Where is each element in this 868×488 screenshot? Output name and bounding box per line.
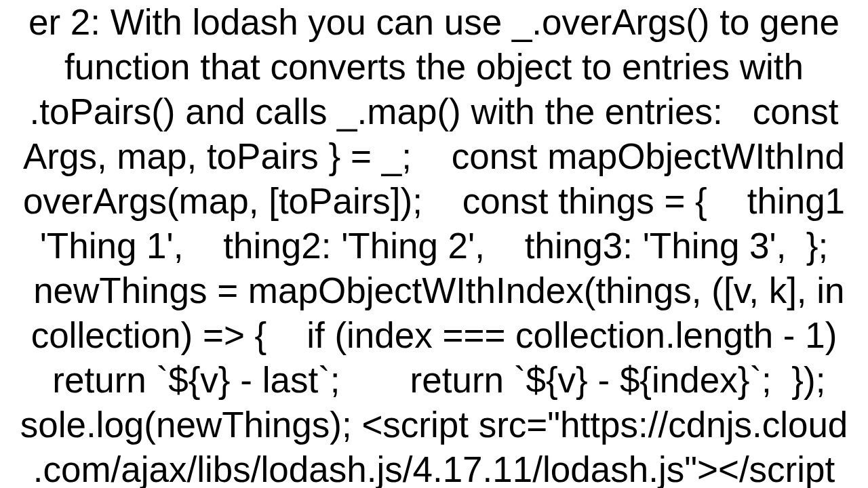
document-viewport: er 2: With lodash you can use _.overArgs… <box>0 0 868 488</box>
answer-body-text: er 2: With lodash you can use _.overArgs… <box>0 0 868 488</box>
